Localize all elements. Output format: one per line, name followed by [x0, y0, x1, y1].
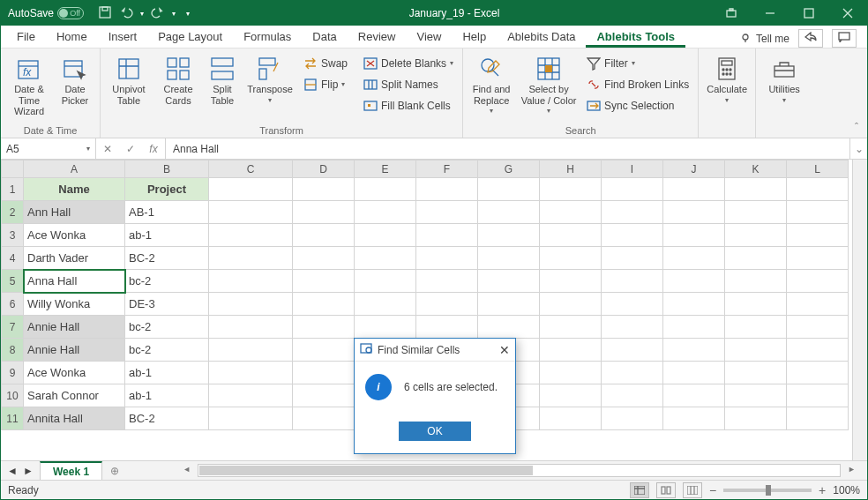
- cell[interactable]: [663, 407, 725, 430]
- view-normal-icon[interactable]: [630, 482, 649, 498]
- cell[interactable]: [355, 178, 416, 201]
- cell[interactable]: [478, 247, 540, 270]
- cell[interactable]: [355, 247, 416, 270]
- col-header-C[interactable]: C: [209, 160, 293, 178]
- cell[interactable]: [787, 407, 849, 430]
- cell[interactable]: [209, 224, 293, 247]
- col-header-J[interactable]: J: [663, 160, 725, 178]
- row-header[interactable]: 6: [2, 293, 24, 316]
- cell[interactable]: [209, 293, 293, 316]
- zoom-level[interactable]: 100%: [833, 484, 860, 496]
- cell[interactable]: [540, 362, 602, 384]
- enter-icon[interactable]: ✓: [119, 143, 142, 155]
- cell[interactable]: ab-1: [125, 384, 209, 407]
- cell[interactable]: [663, 293, 725, 316]
- cell[interactable]: Ace Wonka: [24, 224, 125, 247]
- column-headers[interactable]: ABCDEFGHIJKL: [2, 160, 849, 178]
- cell[interactable]: [416, 316, 478, 339]
- tab-page-layout[interactable]: Page Layout: [147, 26, 233, 48]
- cell[interactable]: bc-2: [125, 270, 209, 293]
- cell[interactable]: [478, 293, 540, 316]
- cancel-icon[interactable]: ✕: [96, 143, 119, 155]
- cell[interactable]: [416, 224, 478, 247]
- cell[interactable]: [602, 224, 663, 247]
- cell[interactable]: [725, 178, 787, 201]
- dialog-titlebar[interactable]: Find Similar Cells ✕: [355, 339, 515, 362]
- cell[interactable]: [725, 384, 787, 407]
- cell[interactable]: [293, 293, 355, 316]
- save-icon[interactable]: [98, 5, 112, 22]
- cell[interactable]: DE-3: [125, 293, 209, 316]
- cell[interactable]: [209, 384, 293, 407]
- cell[interactable]: [663, 384, 725, 407]
- cell[interactable]: [478, 316, 540, 339]
- cell[interactable]: [725, 201, 787, 224]
- redo-dropdown[interactable]: ▾: [172, 10, 176, 18]
- cell[interactable]: [293, 407, 355, 430]
- cell[interactable]: [540, 293, 602, 316]
- tab-insert[interactable]: Insert: [98, 26, 148, 48]
- close-icon[interactable]: [828, 1, 867, 26]
- cell[interactable]: [725, 407, 787, 430]
- row-header[interactable]: 8: [2, 339, 24, 362]
- cell[interactable]: [293, 224, 355, 247]
- cell[interactable]: [209, 339, 293, 362]
- cell[interactable]: [293, 339, 355, 362]
- cell[interactable]: [725, 270, 787, 293]
- cell[interactable]: [355, 316, 416, 339]
- cell[interactable]: [602, 384, 663, 407]
- select-by-button[interactable]: Select by Value / Color ▾: [518, 54, 580, 115]
- cell[interactable]: Ace Wonka: [24, 362, 125, 384]
- tab-home[interactable]: Home: [46, 26, 98, 48]
- close-icon[interactable]: ✕: [499, 343, 510, 357]
- cell[interactable]: [416, 270, 478, 293]
- swap-button[interactable]: Swap: [300, 54, 351, 73]
- cell[interactable]: [540, 339, 602, 362]
- cell[interactable]: [602, 201, 663, 224]
- find-replace-button[interactable]: Find and Replace ▾: [468, 54, 514, 115]
- date-picker-button[interactable]: Date Picker: [56, 54, 94, 106]
- cell[interactable]: [602, 247, 663, 270]
- cell[interactable]: [787, 270, 849, 293]
- undo-icon[interactable]: [119, 5, 133, 22]
- tab-ablebits-tools[interactable]: Ablebits Tools: [586, 26, 685, 48]
- cell[interactable]: [416, 178, 478, 201]
- cell[interactable]: [540, 407, 602, 430]
- row-header[interactable]: 4: [2, 247, 24, 270]
- row-header[interactable]: 9: [2, 362, 24, 384]
- cell[interactable]: [209, 316, 293, 339]
- row-header[interactable]: 11: [2, 407, 24, 430]
- col-header-H[interactable]: H: [540, 160, 602, 178]
- cell[interactable]: [787, 384, 849, 407]
- cell[interactable]: [663, 201, 725, 224]
- cell[interactable]: [602, 270, 663, 293]
- horizontal-scrollbar[interactable]: [127, 461, 867, 480]
- cell[interactable]: [416, 293, 478, 316]
- row-header[interactable]: 1: [2, 178, 24, 201]
- sync-selection-button[interactable]: Sync Selection: [583, 96, 692, 116]
- tellme-icon[interactable]: Tell me: [740, 33, 789, 45]
- cell[interactable]: [663, 362, 725, 384]
- minimize-icon[interactable]: [751, 1, 789, 26]
- maximize-icon[interactable]: [789, 1, 828, 26]
- calculate-button[interactable]: Calculate ▾: [704, 54, 750, 104]
- cell[interactable]: [293, 270, 355, 293]
- cell[interactable]: [355, 224, 416, 247]
- cell[interactable]: [725, 316, 787, 339]
- cell[interactable]: Ann Hall: [24, 201, 125, 224]
- tab-data[interactable]: Data: [302, 26, 347, 48]
- cell[interactable]: Name: [24, 178, 125, 201]
- expand-formula-icon[interactable]: ⌄: [849, 138, 867, 159]
- cell[interactable]: [293, 201, 355, 224]
- cell[interactable]: [293, 247, 355, 270]
- unpivot-table-button[interactable]: Unpivot Table: [106, 54, 152, 106]
- cell[interactable]: [540, 316, 602, 339]
- cell[interactable]: [663, 316, 725, 339]
- cell[interactable]: [416, 201, 478, 224]
- cell[interactable]: BC-2: [125, 407, 209, 430]
- cell[interactable]: [540, 201, 602, 224]
- sheet-nav[interactable]: ◄►: [1, 461, 40, 480]
- delete-blanks-button[interactable]: Delete Blanks ▾: [360, 54, 457, 73]
- cell[interactable]: [602, 339, 663, 362]
- utilities-button[interactable]: Utilities ▾: [761, 54, 807, 104]
